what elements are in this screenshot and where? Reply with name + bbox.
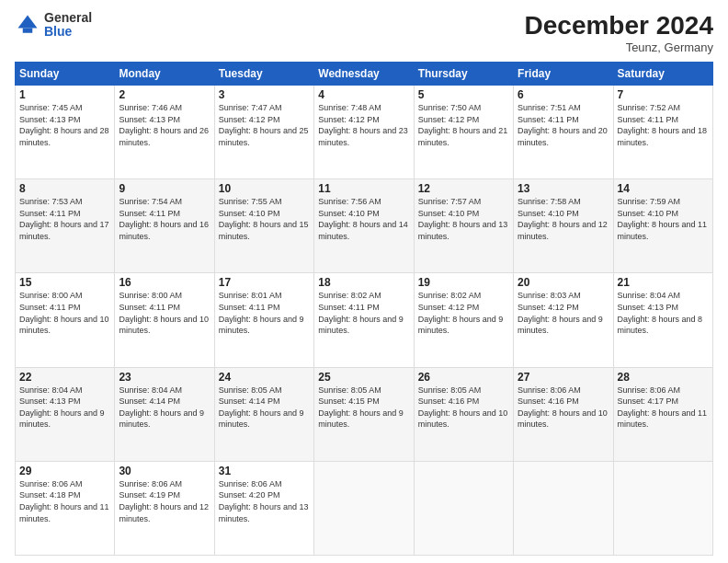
table-cell: 25Sunrise: 8:05 AMSunset: 4:15 PMDayligh… (314, 367, 414, 461)
day-detail: Sunrise: 7:46 AMSunset: 4:13 PMDaylight:… (119, 103, 209, 147)
day-detail: Sunrise: 7:56 AMSunset: 4:10 PMDaylight:… (318, 197, 408, 241)
day-detail: Sunrise: 8:06 AMSunset: 4:19 PMDaylight:… (119, 479, 209, 523)
day-number: 5 (418, 88, 509, 101)
day-number: 14 (618, 182, 709, 195)
col-saturday: Saturday (613, 63, 712, 86)
col-tuesday: Tuesday (214, 63, 313, 86)
day-number: 26 (418, 371, 509, 384)
day-number: 25 (318, 371, 409, 384)
day-detail: Sunrise: 7:48 AMSunset: 4:12 PMDaylight:… (318, 103, 408, 147)
day-number: 24 (219, 371, 310, 384)
day-number: 19 (418, 276, 509, 289)
title-block: December 2024 Teunz, Germany (525, 11, 713, 54)
svg-rect-1 (23, 29, 33, 33)
day-number: 21 (618, 276, 709, 289)
day-number: 15 (19, 276, 110, 289)
table-cell: 31Sunrise: 8:06 AMSunset: 4:20 PMDayligh… (214, 461, 313, 555)
svg-marker-0 (18, 16, 38, 29)
day-detail: Sunrise: 8:01 AMSunset: 4:11 PMDaylight:… (219, 291, 304, 335)
day-number: 3 (219, 88, 310, 101)
day-detail: Sunrise: 8:05 AMSunset: 4:16 PMDaylight:… (418, 385, 508, 430)
day-detail: Sunrise: 7:52 AMSunset: 4:11 PMDaylight:… (618, 103, 708, 147)
table-cell: 12Sunrise: 7:57 AMSunset: 4:10 PMDayligh… (414, 179, 513, 273)
day-detail: Sunrise: 8:02 AMSunset: 4:12 PMDaylight:… (418, 291, 504, 335)
day-detail: Sunrise: 8:06 AMSunset: 4:18 PMDaylight:… (19, 479, 109, 523)
day-detail: Sunrise: 8:05 AMSunset: 4:15 PMDaylight:… (318, 385, 404, 430)
day-number: 1 (19, 88, 110, 101)
day-number: 4 (318, 88, 409, 101)
table-cell: 8Sunrise: 7:53 AMSunset: 4:11 PMDaylight… (16, 179, 115, 273)
table-cell: 18Sunrise: 8:02 AMSunset: 4:11 PMDayligh… (314, 273, 414, 367)
col-thursday: Thursday (414, 63, 513, 86)
logo-text: General Blue (44, 11, 92, 40)
table-cell: 3Sunrise: 7:47 AMSunset: 4:12 PMDaylight… (214, 86, 313, 179)
day-number: 8 (19, 182, 110, 195)
table-cell: 7Sunrise: 7:52 AMSunset: 4:11 PMDaylight… (613, 86, 712, 179)
table-cell: 29Sunrise: 8:06 AMSunset: 4:18 PMDayligh… (16, 461, 115, 555)
table-cell: 14Sunrise: 7:59 AMSunset: 4:10 PMDayligh… (613, 179, 712, 273)
table-cell (613, 461, 712, 555)
day-detail: Sunrise: 8:06 AMSunset: 4:17 PMDaylight:… (618, 385, 708, 430)
table-cell: 1Sunrise: 7:45 AMSunset: 4:13 PMDaylight… (16, 86, 115, 179)
day-detail: Sunrise: 8:00 AMSunset: 4:11 PMDaylight:… (119, 291, 209, 335)
day-number: 27 (518, 371, 609, 384)
calendar-table: Sunday Monday Tuesday Wednesday Thursday… (15, 62, 713, 556)
table-cell: 30Sunrise: 8:06 AMSunset: 4:19 PMDayligh… (115, 461, 214, 555)
day-number: 12 (418, 182, 509, 195)
day-detail: Sunrise: 8:00 AMSunset: 4:11 PMDaylight:… (19, 291, 109, 335)
table-cell: 5Sunrise: 7:50 AMSunset: 4:12 PMDaylight… (414, 86, 513, 179)
day-detail: Sunrise: 8:02 AMSunset: 4:11 PMDaylight:… (318, 291, 404, 335)
day-number: 18 (318, 276, 409, 289)
col-monday: Monday (115, 63, 214, 86)
table-cell: 27Sunrise: 8:06 AMSunset: 4:16 PMDayligh… (514, 367, 613, 461)
table-cell (414, 461, 513, 555)
day-number: 10 (219, 182, 310, 195)
main-title: December 2024 (525, 11, 713, 40)
day-detail: Sunrise: 7:50 AMSunset: 4:12 PMDaylight:… (418, 103, 508, 147)
table-cell: 4Sunrise: 7:48 AMSunset: 4:12 PMDaylight… (314, 86, 414, 179)
day-detail: Sunrise: 7:55 AMSunset: 4:10 PMDaylight:… (219, 197, 309, 241)
logo-general-text: General (44, 11, 92, 25)
day-number: 28 (618, 371, 709, 384)
day-number: 7 (618, 88, 709, 101)
day-detail: Sunrise: 8:03 AMSunset: 4:12 PMDaylight:… (518, 291, 603, 335)
day-detail: Sunrise: 7:45 AMSunset: 4:13 PMDaylight:… (19, 103, 109, 147)
day-detail: Sunrise: 7:54 AMSunset: 4:11 PMDaylight:… (119, 197, 209, 241)
table-cell: 6Sunrise: 7:51 AMSunset: 4:11 PMDaylight… (514, 86, 613, 179)
day-number: 23 (119, 371, 210, 384)
day-number: 11 (318, 182, 409, 195)
day-detail: Sunrise: 8:04 AMSunset: 4:13 PMDaylight:… (19, 385, 105, 430)
table-cell: 26Sunrise: 8:05 AMSunset: 4:16 PMDayligh… (414, 367, 513, 461)
day-number: 22 (19, 371, 110, 384)
table-cell: 15Sunrise: 8:00 AMSunset: 4:11 PMDayligh… (16, 273, 115, 367)
page: General Blue December 2024 Teunz, German… (0, 0, 728, 563)
table-cell: 10Sunrise: 7:55 AMSunset: 4:10 PMDayligh… (214, 179, 313, 273)
day-detail: Sunrise: 8:04 AMSunset: 4:13 PMDaylight:… (618, 291, 703, 335)
day-detail: Sunrise: 7:47 AMSunset: 4:12 PMDaylight:… (219, 103, 309, 147)
header: General Blue December 2024 Teunz, German… (15, 11, 713, 54)
table-cell (514, 461, 613, 555)
day-detail: Sunrise: 7:57 AMSunset: 4:10 PMDaylight:… (418, 197, 508, 241)
table-cell: 13Sunrise: 7:58 AMSunset: 4:10 PMDayligh… (514, 179, 613, 273)
day-detail: Sunrise: 8:04 AMSunset: 4:14 PMDaylight:… (119, 385, 204, 430)
table-cell: 23Sunrise: 8:04 AMSunset: 4:14 PMDayligh… (115, 367, 214, 461)
day-number: 30 (119, 465, 210, 477)
table-cell: 24Sunrise: 8:05 AMSunset: 4:14 PMDayligh… (214, 367, 313, 461)
table-cell: 28Sunrise: 8:06 AMSunset: 4:17 PMDayligh… (613, 367, 712, 461)
day-number: 2 (119, 88, 210, 101)
table-cell: 19Sunrise: 8:02 AMSunset: 4:12 PMDayligh… (414, 273, 513, 367)
logo-icon (15, 12, 40, 38)
day-number: 20 (518, 276, 609, 289)
table-cell: 2Sunrise: 7:46 AMSunset: 4:13 PMDaylight… (115, 86, 214, 179)
day-number: 6 (518, 88, 609, 101)
subtitle: Teunz, Germany (525, 40, 713, 54)
day-detail: Sunrise: 7:58 AMSunset: 4:10 PMDaylight:… (518, 197, 608, 241)
day-number: 13 (518, 182, 609, 195)
day-detail: Sunrise: 8:05 AMSunset: 4:14 PMDaylight:… (219, 385, 304, 430)
logo-blue-text: Blue (44, 25, 92, 39)
table-cell: 9Sunrise: 7:54 AMSunset: 4:11 PMDaylight… (115, 179, 214, 273)
table-cell (314, 461, 414, 555)
day-number: 31 (219, 465, 310, 477)
table-cell: 20Sunrise: 8:03 AMSunset: 4:12 PMDayligh… (514, 273, 613, 367)
col-sunday: Sunday (16, 63, 115, 86)
